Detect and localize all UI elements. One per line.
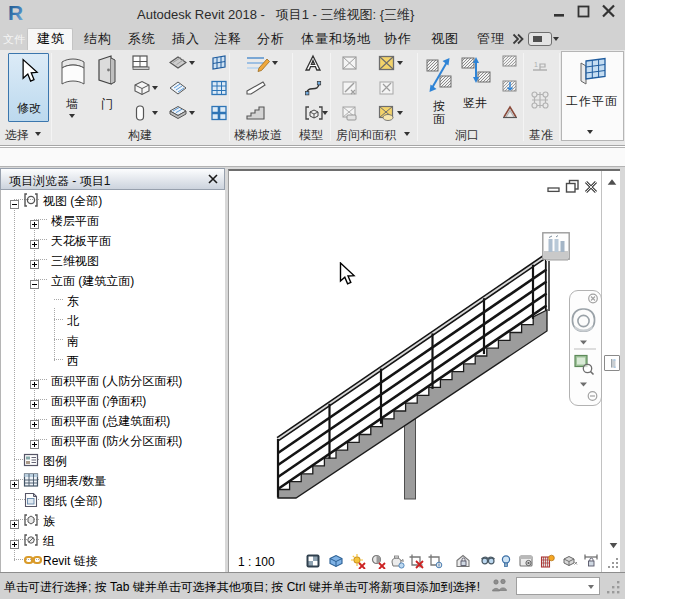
- room-separator-button-icon[interactable]: [340, 79, 360, 97]
- model-group-dropdown-icon[interactable]: [322, 111, 328, 118]
- visual-style-icon[interactable]: [328, 553, 344, 569]
- tree-item-label[interactable]: 组: [43, 533, 55, 550]
- zoom-dropdown-icon[interactable]: [580, 383, 587, 387]
- tree-item-label[interactable]: 天花板平面: [51, 233, 111, 250]
- tree-expand-icon[interactable]: [10, 475, 19, 484]
- close-button[interactable]: [597, 0, 619, 24]
- crop-view-icon[interactable]: [408, 553, 424, 569]
- tree-item[interactable]: 视图 (全部): [1, 190, 225, 210]
- tree-collapse-icon[interactable]: [10, 195, 19, 204]
- ceiling-button-icon[interactable]: [168, 79, 188, 96]
- model-panel-label[interactable]: 模型: [299, 127, 323, 142]
- tree-item[interactable]: Revit 链接: [1, 550, 225, 570]
- workplane-viewer-widget[interactable]: [542, 232, 570, 262]
- tree-expand-icon[interactable]: [30, 435, 39, 444]
- railing-dropdown-icon[interactable]: [272, 61, 278, 68]
- column-button-icon[interactable]: [131, 104, 149, 122]
- locked-3d-icon[interactable]: [455, 553, 471, 569]
- tag-room-button-icon[interactable]: [340, 104, 360, 122]
- select-panel-label[interactable]: 选择: [5, 127, 29, 142]
- tree-expand-icon[interactable]: [30, 375, 39, 384]
- opening-panel-label[interactable]: 洞口: [455, 127, 479, 142]
- tree-expand-icon[interactable]: [30, 215, 39, 224]
- datum-panel-label[interactable]: 基准: [529, 127, 553, 142]
- reveal-hidden-icon[interactable]: [498, 553, 514, 569]
- tree-item-label[interactable]: 北: [67, 313, 79, 330]
- tab-systems[interactable]: 系统: [128, 30, 156, 50]
- tab-view[interactable]: 视图: [431, 30, 459, 50]
- crop-region-icon[interactable]: [427, 553, 443, 569]
- tree-item[interactable]: 族: [1, 510, 225, 530]
- door-button[interactable]: 门: [94, 53, 120, 125]
- tree-expand-icon[interactable]: [30, 415, 39, 424]
- worksharing-icon[interactable]: [491, 578, 509, 594]
- ribbon-state-arrow-icon[interactable]: [553, 37, 559, 44]
- tab-manage[interactable]: 管理: [477, 30, 505, 50]
- area-boundary-button-icon[interactable]: [377, 79, 397, 97]
- tree-item-label[interactable]: Revit 链接: [43, 553, 98, 570]
- detail-level-icon[interactable]: [305, 553, 321, 569]
- view-scale-button[interactable]: 1 : 100: [238, 555, 275, 569]
- area-button-icon[interactable]: [377, 54, 397, 72]
- constraints-icon[interactable]: [583, 553, 599, 569]
- roof-dropdown-icon[interactable]: [189, 61, 195, 68]
- tree-item-label[interactable]: 面积平面 (总建筑面积): [51, 413, 170, 430]
- maximize-button[interactable]: [572, 0, 594, 24]
- tree-item-label[interactable]: 东: [67, 293, 79, 310]
- stairs-panel-label[interactable]: 楼梯坡道: [234, 127, 282, 142]
- roof-button-icon[interactable]: [168, 54, 188, 71]
- tree-expand-icon[interactable]: [30, 255, 39, 264]
- model-text-button-icon[interactable]: [303, 54, 323, 72]
- workplane-panel[interactable]: 工作平面: [561, 51, 624, 141]
- build-panel-label[interactable]: 构建: [128, 127, 152, 142]
- tree-item-label[interactable]: 图纸 (全部): [43, 493, 102, 510]
- component-button-icon[interactable]: [131, 79, 153, 96]
- tab-insert[interactable]: 插入: [172, 30, 200, 50]
- window-button-icon[interactable]: [131, 54, 151, 71]
- railing-button-icon[interactable]: [245, 54, 271, 73]
- tree-item[interactable]: 面积平面 (人防分区面积): [1, 370, 225, 390]
- navbar-close-icon[interactable]: [589, 294, 598, 303]
- view-resize-grip[interactable]: [606, 557, 620, 571]
- tree-item[interactable]: 面积平面 (净面积): [1, 390, 225, 410]
- dormer-opening-button-icon[interactable]: [501, 104, 519, 120]
- tab-overflow-chevron-icon[interactable]: [512, 33, 524, 45]
- tree-item[interactable]: 面积平面 (总建筑面积): [1, 410, 225, 430]
- opening-by-face-button[interactable]: 按面: [424, 53, 454, 131]
- curtain-grid-button-icon[interactable]: [209, 79, 229, 97]
- shaft-button[interactable]: 竖井: [458, 53, 494, 113]
- tree-item-label[interactable]: 楼层平面: [51, 213, 99, 230]
- tree-item-label[interactable]: 明细表/数量: [43, 473, 106, 490]
- shadows-icon[interactable]: [370, 553, 386, 569]
- drawing-area[interactable]: 1 : 100: [228, 169, 620, 572]
- column-dropdown-icon[interactable]: [152, 111, 158, 118]
- tab-analyze[interactable]: 分析: [257, 30, 285, 50]
- tree-item-label[interactable]: 视图 (全部): [43, 193, 102, 210]
- tab-massing-site[interactable]: 体量和场地: [301, 30, 371, 50]
- temporary-view-icon[interactable]: [518, 553, 534, 569]
- curtain-system-button-icon[interactable]: [209, 54, 229, 72]
- tab-file[interactable]: 文件: [3, 32, 25, 52]
- model-line-button-icon[interactable]: [303, 79, 323, 97]
- wall-button[interactable]: 墙: [56, 53, 90, 125]
- tree-item[interactable]: 组: [1, 530, 225, 550]
- tree-expand-icon[interactable]: [10, 515, 19, 524]
- tree-item-label[interactable]: 南: [67, 333, 79, 350]
- sun-path-icon[interactable]: [350, 553, 366, 569]
- tree-expand-icon[interactable]: [30, 395, 39, 404]
- tree-collapse-icon[interactable]: [30, 275, 39, 284]
- tree-item-label[interactable]: 三维视图: [51, 253, 99, 270]
- tag-area-button-icon[interactable]: [377, 104, 397, 122]
- steering-wheel-icon[interactable]: [573, 309, 595, 332]
- modify-button[interactable]: 修改: [8, 53, 49, 122]
- tree-item-label[interactable]: 立面 (建筑立面): [51, 273, 134, 290]
- tree-item-label[interactable]: 面积平面 (人防分区面积): [51, 373, 182, 390]
- tree-item[interactable]: 南: [1, 330, 225, 350]
- tree-item[interactable]: 图纸 (全部): [1, 490, 225, 510]
- tab-structure[interactable]: 结构: [84, 30, 112, 50]
- tree-item[interactable]: 东: [1, 290, 225, 310]
- tree-item-label[interactable]: 西: [67, 353, 79, 370]
- temporary-hide-icon[interactable]: [480, 553, 496, 569]
- tree-item[interactable]: 天花板平面: [1, 230, 225, 250]
- tab-annotate[interactable]: 注释: [214, 30, 242, 50]
